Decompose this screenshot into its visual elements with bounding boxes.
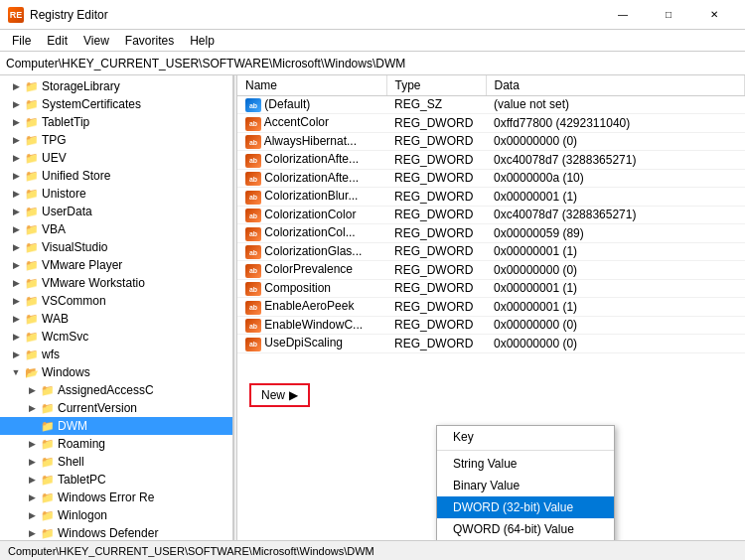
ctx-item-dword-value[interactable]: DWORD (32-bit) Value [437, 496, 614, 518]
tree-item-storagelibrary[interactable]: ▶ 📁 StorageLibrary [0, 77, 232, 95]
tree-item-tabletpc[interactable]: ▶ 📁 TabletPC [0, 471, 232, 489]
folder-icon: 📁 [24, 223, 40, 236]
reg-type-cell: REG_DWORD [386, 132, 486, 151]
menu-help[interactable]: Help [182, 32, 223, 50]
tree-label: Windows Error Re [56, 490, 154, 504]
tree-item-wcmsvc[interactable]: ▶ 📁 WcmSvc [0, 328, 232, 346]
table-row[interactable]: ab (Default)REG_SZ(value not set) [237, 95, 745, 114]
folder-icon: 📁 [24, 80, 40, 93]
tree-item-unistore[interactable]: ▶ 📁 Unistore [0, 185, 232, 203]
tree-item-windowsdefender[interactable]: ▶ 📁 Windows Defender [0, 524, 232, 540]
tree-label: Windows [40, 365, 90, 379]
tree-item-vba[interactable]: ▶ 📁 VBA [0, 220, 232, 238]
table-row[interactable]: ab AlwaysHibernat...REG_DWORD0x00000000 … [237, 132, 745, 151]
expand-icon: ▶ [8, 99, 24, 109]
tree-item-visualstudio[interactable]: ▶ 📁 VisualStudio [0, 238, 232, 256]
tree-item-wfs[interactable]: ▶ 📁 wfs [0, 346, 232, 363]
table-row[interactable]: ab AccentColorREG_DWORD0xffd77800 (42923… [237, 114, 745, 133]
reg-type-cell: REG_DWORD [386, 169, 486, 188]
tree-item-assignedaccessc[interactable]: ▶ 📁 AssignedAccessC [0, 381, 232, 399]
tree-label: Windows Defender [56, 526, 158, 540]
table-row[interactable]: ab CompositionREG_DWORD0x00000001 (1) [237, 279, 745, 298]
reg-data-cell: 0x00000000 (0) [486, 132, 745, 151]
ctx-item-binary-value[interactable]: Binary Value [437, 475, 614, 496]
reg-name-cell: ab ColorizationCol... [237, 224, 386, 243]
close-button[interactable]: ✕ [691, 0, 737, 30]
reg-data-cell: 0x00000001 (1) [486, 298, 745, 317]
reg-type-cell: REG_DWORD [386, 114, 486, 133]
dword-icon: ab [245, 191, 261, 205]
tree-item-windowserrorre[interactable]: ▶ 📁 Windows Error Re [0, 489, 232, 506]
tree-item-currentversion[interactable]: ▶ 📁 CurrentVersion [0, 399, 232, 417]
tree-label: Winlogon [56, 508, 107, 522]
new-button[interactable]: New ▶ [249, 383, 310, 407]
folder-icon: 📁 [40, 456, 56, 469]
folder-icon: 📁 [40, 474, 56, 487]
folder-icon: 📁 [40, 509, 56, 522]
reg-data-cell: (value not set) [486, 95, 745, 114]
menu-favorites[interactable]: Favorites [117, 32, 182, 50]
ctx-item-key[interactable]: Key [437, 426, 614, 448]
tree-item-winlogon[interactable]: ▶ 📁 Winlogon [0, 506, 232, 524]
table-row[interactable]: ab ColorPrevalenceREG_DWORD0x00000000 (0… [237, 261, 745, 280]
reg-data-cell: 0x0000000a (10) [486, 169, 745, 188]
table-row[interactable]: ab ColorizationAfte...REG_DWORD0x0000000… [237, 169, 745, 188]
tree-item-vmwareworkstation[interactable]: ▶ 📁 VMware Workstatio [0, 274, 232, 292]
table-row[interactable]: ab ColorizationCol...REG_DWORD0x00000059… [237, 224, 745, 243]
address-path: Computer\HKEY_CURRENT_USER\SOFTWARE\Micr… [6, 57, 405, 70]
expand-icon: ▶ [8, 117, 24, 127]
ctx-item-string-value[interactable]: String Value [437, 453, 614, 475]
reg-name-cell: ab Composition [237, 279, 386, 298]
expand-icon: ▶ [8, 189, 24, 199]
tree-label: DWM [56, 419, 87, 433]
table-row[interactable]: ab UseDpiScalingREG_DWORD0x00000000 (0) [237, 335, 745, 353]
reg-data-cell: 0x00000000 (0) [486, 316, 745, 335]
folder-icon: 📁 [24, 259, 40, 272]
table-row[interactable]: ab EnableWindowC...REG_DWORD0x00000000 (… [237, 316, 745, 335]
reg-name-cell: ab ColorizationColor [237, 206, 386, 224]
minimize-button[interactable]: — [600, 0, 646, 30]
dword-icon: ab [245, 245, 261, 259]
tree-item-vmwareplayer[interactable]: ▶ 📁 VMware Player [0, 256, 232, 274]
tree-item-windows[interactable]: ▼ 📂 Windows [0, 363, 232, 381]
tree-item-uev[interactable]: ▶ 📁 UEV [0, 149, 232, 167]
tree-panel[interactable]: ▶ 📁 StorageLibrary ▶ 📁 SystemCertificate… [0, 75, 233, 540]
tree-label: StorageLibrary [40, 79, 120, 93]
app-icon: RE [8, 7, 24, 23]
reg-data-cell: 0x00000001 (1) [486, 279, 745, 298]
menu-file[interactable]: File [4, 32, 39, 50]
table-row[interactable]: ab EnableAeroPeekREG_DWORD0x00000001 (1) [237, 298, 745, 317]
tree-label: VBA [40, 222, 66, 236]
tree-item-roaming[interactable]: ▶ 📁 Roaming [0, 435, 232, 453]
tree-item-systemcertificates[interactable]: ▶ 📁 SystemCertificates [0, 95, 232, 113]
col-header-data: Data [486, 75, 745, 95]
expand-icon: ▶ [8, 81, 24, 91]
tree-item-dwm[interactable]: 📁 DWM [0, 417, 232, 435]
col-header-type: Type [386, 75, 486, 95]
maximize-button[interactable]: □ [646, 0, 691, 30]
reg-type-cell: REG_DWORD [386, 298, 486, 317]
ctx-item-qword-value[interactable]: QWORD (64-bit) Value [437, 518, 614, 540]
table-row[interactable]: ab ColorizationBlur...REG_DWORD0x0000000… [237, 188, 745, 207]
table-row[interactable]: ab ColorizationAfte...REG_DWORD0xc40078d… [237, 151, 745, 170]
expand-icon: ▶ [8, 207, 24, 216]
tree-item-unifiedstore[interactable]: ▶ 📁 Unified Store [0, 167, 232, 185]
reg-data-cell: 0xffd77800 (4292311040) [486, 114, 745, 133]
expand-icon: ▶ [8, 260, 24, 270]
tree-item-shell[interactable]: ▶ 📁 Shell [0, 453, 232, 471]
tree-item-tablettip[interactable]: ▶ 📁 TabletTip [0, 113, 232, 131]
menu-edit[interactable]: Edit [39, 32, 75, 50]
table-row[interactable]: ab ColorizationGlas...REG_DWORD0x0000000… [237, 242, 745, 261]
tree-item-wab[interactable]: ▶ 📁 WAB [0, 310, 232, 328]
tree-item-userdata[interactable]: ▶ 📁 UserData [0, 203, 232, 220]
reg-name-cell: ab ColorizationAfte... [237, 151, 386, 170]
tree-item-tpg[interactable]: ▶ 📁 TPG [0, 131, 232, 149]
expand-icon: ▶ [8, 242, 24, 252]
tree-item-vscommon[interactable]: ▶ 📁 VSCommon [0, 292, 232, 310]
tree-label: wfs [40, 348, 60, 361]
table-row[interactable]: ab ColorizationColorREG_DWORD0xc40078d7 … [237, 206, 745, 224]
menu-view[interactable]: View [75, 32, 117, 50]
reg-type-cell: REG_DWORD [386, 316, 486, 335]
reg-type-cell: REG_DWORD [386, 188, 486, 207]
folder-icon: 📁 [40, 384, 56, 397]
